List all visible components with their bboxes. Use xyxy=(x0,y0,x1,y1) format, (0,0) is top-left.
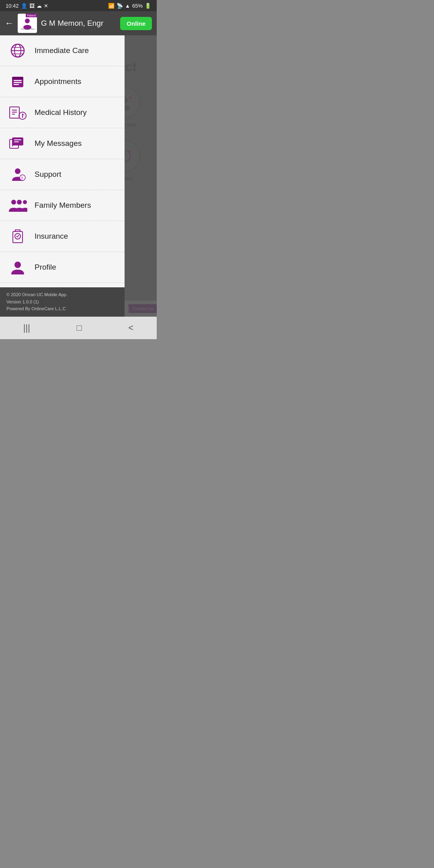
svg-rect-29 xyxy=(14,141,19,142)
family-members-label: Family Members xyxy=(35,201,91,210)
support-icon: i xyxy=(8,166,27,182)
status-right: 📶 📡 ▲ 65% 🔋 xyxy=(108,3,151,9)
appointments-icon xyxy=(8,74,27,90)
svg-text:Health & Beauty: Health & Beauty xyxy=(21,28,35,30)
signal-icon: ▲ xyxy=(125,3,130,9)
status-left: 10:42 👤 🖼 ☁ ✕ xyxy=(6,3,48,9)
x-icon: ✕ xyxy=(44,3,48,9)
overlay-dimmer xyxy=(125,35,157,317)
profile-label: Profile xyxy=(35,263,56,272)
header-title: G M Memon, Engr xyxy=(41,19,116,28)
svg-point-35 xyxy=(17,200,22,205)
online-button[interactable]: Online xyxy=(120,17,152,30)
wifi-icon: 📡 xyxy=(117,3,123,9)
menu-item-appointments[interactable]: Appointments xyxy=(0,66,125,97)
header: ← Patient Health & Beauty G M Memon, Eng… xyxy=(0,11,157,35)
insurance-label: Insurance xyxy=(35,232,68,241)
back-nav-button[interactable]: < xyxy=(120,319,141,337)
cloud-icon: ☁ xyxy=(37,3,42,9)
svg-rect-15 xyxy=(14,80,22,81)
medical-history-label: Medical History xyxy=(35,108,87,117)
logo-image: Health & Beauty xyxy=(20,16,35,31)
footer-powered: Powered By OnlineCare L.L.C xyxy=(6,305,118,313)
footer-copyright: © 2020 Omran UC Mobile App. xyxy=(6,291,118,299)
svg-rect-16 xyxy=(14,82,22,83)
svg-rect-28 xyxy=(14,139,21,140)
svg-line-40 xyxy=(17,235,19,237)
my-messages-label: My Messages xyxy=(35,139,82,148)
menu-item-profile[interactable]: Profile xyxy=(0,252,125,283)
time: 10:42 xyxy=(6,3,19,9)
side-drawer: Immediate Care Appointments xyxy=(0,35,125,317)
svg-point-41 xyxy=(14,262,21,268)
footer: © 2020 Omran UC Mobile App. Version 1.0.… xyxy=(0,287,125,317)
svg-text:i: i xyxy=(22,176,23,180)
appointments-label: Appointments xyxy=(35,77,81,86)
menu-nav-button[interactable]: ||| xyxy=(15,319,38,337)
menu-item-immediate-care[interactable]: Immediate Care xyxy=(0,35,125,66)
back-button[interactable]: ← xyxy=(5,18,14,29)
medical-history-icon xyxy=(8,104,27,121)
logo-label: Patient xyxy=(26,14,37,17)
bottom-nav: ||| □ < xyxy=(0,317,157,339)
svg-rect-18 xyxy=(12,77,23,80)
globe-icon xyxy=(8,43,27,59)
menu-item-support[interactable]: i Support xyxy=(0,159,125,190)
menu-item-family-members[interactable]: Family Members xyxy=(0,190,125,221)
svg-point-36 xyxy=(23,200,27,204)
home-nav-button[interactable]: □ xyxy=(69,319,90,337)
menu-item-medical-history[interactable]: Medical History xyxy=(0,97,125,128)
status-bar: 10:42 👤 🖼 ☁ ✕ 📶 📡 ▲ 65% 🔋 xyxy=(0,0,157,11)
menu-item-insurance[interactable]: Insurance xyxy=(0,221,125,252)
family-members-icon xyxy=(8,197,27,213)
menu-item-my-messages[interactable]: My Messages xyxy=(0,128,125,159)
footer-version: Version 1.0.0 (1) xyxy=(6,299,118,306)
svg-rect-17 xyxy=(14,84,19,85)
logo-box: Patient Health & Beauty xyxy=(18,14,37,33)
support-label: Support xyxy=(35,170,61,179)
profile-icon xyxy=(8,259,27,275)
image-icon: 🖼 xyxy=(29,3,35,9)
messages-icon xyxy=(8,135,27,151)
battery-icon: 🔋 xyxy=(145,3,151,9)
insurance-icon xyxy=(8,228,27,244)
svg-point-34 xyxy=(11,200,16,205)
immediate-care-label: Immediate Care xyxy=(35,46,89,55)
person-icon: 👤 xyxy=(21,3,27,9)
svg-point-0 xyxy=(25,18,30,23)
svg-point-31 xyxy=(15,168,20,174)
sim-icon: 📶 xyxy=(108,3,115,9)
battery-level: 65% xyxy=(132,3,143,9)
